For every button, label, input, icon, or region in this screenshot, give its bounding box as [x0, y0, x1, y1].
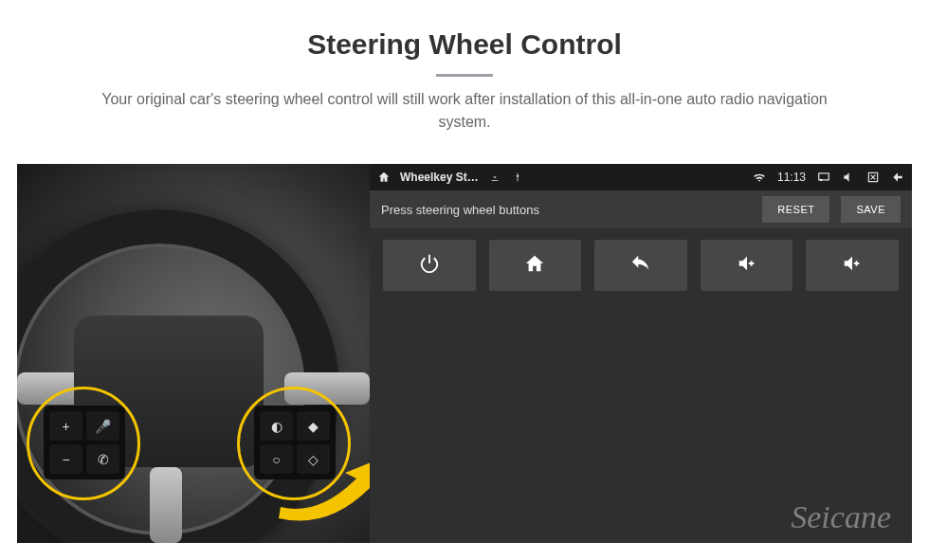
close-app-icon[interactable] — [866, 171, 880, 184]
brand-watermark: Seicane — [791, 499, 891, 535]
cast-icon[interactable] — [817, 171, 830, 184]
back-icon[interactable] — [891, 171, 904, 184]
reset-button[interactable]: RESET — [762, 196, 829, 223]
power-button[interactable] — [383, 240, 476, 291]
status-time: 11:13 — [777, 171, 806, 184]
status-bar-right: 11:13 — [753, 171, 904, 184]
volume-up-2-button[interactable] — [806, 240, 899, 291]
return-icon — [630, 253, 651, 278]
download-icon — [488, 171, 501, 184]
plus-icon: + — [49, 411, 82, 441]
home-filled-icon — [524, 253, 545, 278]
page-title: Steering Wheel Control — [38, 28, 891, 61]
action-button-row — [370, 228, 912, 302]
diamond-outline-icon: ◇ — [297, 444, 330, 474]
app-toolbar: Press steering wheel buttons RESET SAVE — [370, 190, 912, 228]
save-button[interactable]: SAVE — [841, 196, 901, 223]
title-underline — [436, 74, 493, 77]
home-button[interactable] — [489, 240, 582, 291]
voice-icon: 🎤 — [86, 411, 119, 441]
phone-icon: ✆ — [86, 444, 119, 474]
android-status-bar: Wheelkey St… 11:13 — [370, 164, 912, 190]
volume-plus-icon — [842, 253, 863, 278]
toolbar-message: Press steering wheel buttons — [381, 203, 751, 217]
home-icon[interactable] — [377, 171, 391, 184]
head-unit-screen: Wheelkey St… 11:13 — [370, 164, 912, 543]
circle-icon: ○ — [260, 444, 293, 474]
svg-rect-0 — [819, 173, 829, 180]
power-icon — [419, 253, 440, 278]
content-row: + 🎤 − ✆ ◐ ◆ ○ ◇ Wheelkey St… — [17, 164, 912, 543]
svg-point-1 — [820, 179, 822, 181]
wifi-icon — [753, 171, 766, 184]
minus-icon: − — [49, 444, 82, 474]
back-button[interactable] — [594, 240, 687, 291]
steering-wheel-photo: + 🎤 − ✆ ◐ ◆ ○ ◇ — [17, 164, 370, 543]
status-bar-left: Wheelkey St… — [377, 171, 524, 184]
wheel-spoke-bottom — [150, 467, 182, 543]
page-header: Steering Wheel Control Your original car… — [0, 0, 929, 143]
volume-plus-icon — [737, 253, 757, 278]
page-description: Your original car's steering wheel contr… — [76, 88, 853, 134]
wheel-button-pad-left: + 🎤 − ✆ — [44, 406, 125, 479]
wheel-button-pad-right: ◐ ◆ ○ ◇ — [254, 406, 336, 479]
mute-icon[interactable] — [842, 171, 855, 184]
cycle-icon: ◐ — [260, 411, 293, 441]
usb-icon — [511, 171, 524, 184]
volume-up-1-button[interactable] — [701, 240, 793, 291]
status-app-label: Wheelkey St… — [400, 171, 479, 184]
diamond-icon: ◆ — [297, 411, 330, 441]
